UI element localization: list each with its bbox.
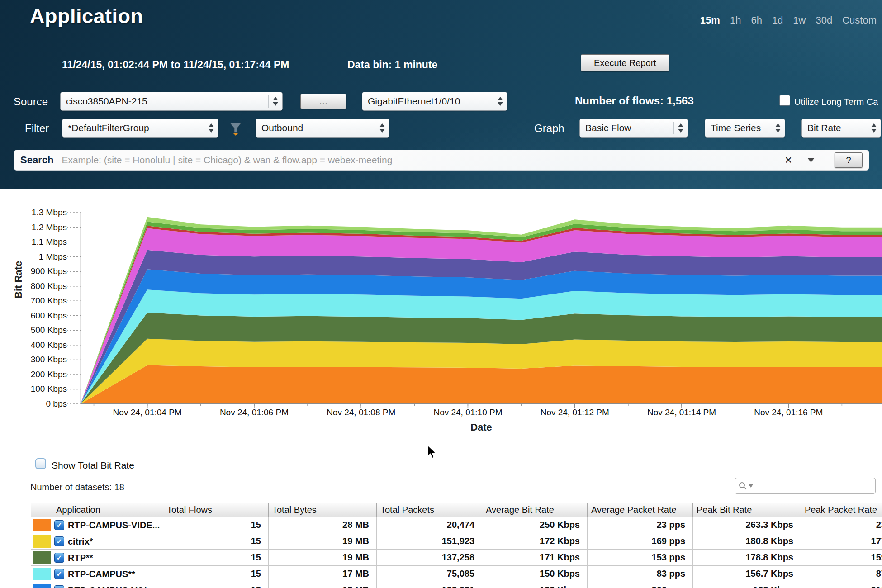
column-header-total-bytes[interactable]: Total Bytes <box>269 503 377 517</box>
x-tick-label: Nov 24, 01:10 PM <box>433 408 502 417</box>
graph-type-dropdown[interactable]: Basic Flow <box>579 119 688 138</box>
table-row: ✓citrix*1519 MB151,923172 Kbps169 pps180… <box>31 533 882 550</box>
column-header-application[interactable]: Application <box>52 503 163 517</box>
search-input[interactable] <box>61 154 785 166</box>
filter-settings-icon[interactable] <box>228 121 243 136</box>
cell-total_flows: 15 <box>163 533 269 550</box>
application-name: RTP** <box>68 553 93 563</box>
long-term-cache-checkbox[interactable] <box>779 95 790 106</box>
stepper-icon[interactable] <box>867 122 881 134</box>
x-tick-label: Nov 24, 01:08 PM <box>327 408 395 417</box>
stepper-icon[interactable] <box>375 122 389 134</box>
stepper-icon[interactable] <box>268 95 282 108</box>
filter-label: Filter <box>25 122 49 135</box>
direction-dropdown[interactable]: Outbound <box>256 119 389 138</box>
dataset-checkbox[interactable]: ✓ <box>54 569 64 579</box>
x-tick-label: Nov 24, 01:04 PM <box>113 408 182 417</box>
series-color-swatch <box>31 550 52 566</box>
cell-total_packets: 75,085 <box>377 566 482 582</box>
time-range-30d[interactable]: 30d <box>816 14 832 26</box>
filter-group-dropdown[interactable]: *DefaultFilterGroup <box>62 119 218 138</box>
series-color-swatch <box>31 517 52 533</box>
column-header-peak-bit-rate[interactable]: Peak Bit Rate <box>693 503 801 517</box>
source-device-dropdown[interactable]: cisco3850APN-215 <box>60 92 283 111</box>
mouse-cursor <box>427 446 439 459</box>
cell-total_bytes: 19 MB <box>269 533 377 550</box>
time-range-1w[interactable]: 1w <box>793 14 806 26</box>
cell-total_bytes: 17 MB <box>269 566 377 582</box>
data-bin-label: Data bin: 1 minute <box>347 59 437 71</box>
application-name: RTP-CAMPUS-VIDE... <box>68 520 160 530</box>
filter-group-value: *DefaultFilterGroup <box>68 123 149 133</box>
graph-label: Graph <box>534 122 564 135</box>
application-cell: ✓RTP-CAMPUS** <box>52 566 163 582</box>
cell-avg_bit_rate: 132 Kbps <box>482 582 588 588</box>
page-title: Application <box>30 5 143 28</box>
search-dropdown-caret-icon[interactable] <box>807 158 815 162</box>
cell-total_flows: 15 <box>163 566 269 582</box>
graph-metric-dropdown[interactable]: Bit Rate <box>801 119 881 138</box>
time-range-6h[interactable]: 6h <box>751 14 762 26</box>
time-range-1h[interactable]: 1h <box>730 14 741 26</box>
time-range-custom[interactable]: Custom <box>842 14 877 26</box>
cell-avg_packet_rate: 83 pps <box>588 566 693 582</box>
time-range-1d[interactable]: 1d <box>772 14 783 26</box>
column-header-total-packets[interactable]: Total Packets <box>377 503 482 517</box>
stepper-icon[interactable] <box>493 95 507 108</box>
x-tick-label: Nov 24, 01:06 PM <box>220 408 289 417</box>
time-range-15m[interactable]: 15m <box>700 14 720 26</box>
x-axis-title: Date <box>470 422 492 433</box>
y-tick-label: 900 Kbps <box>31 266 67 276</box>
dataset-checkbox[interactable]: ✓ <box>54 536 64 546</box>
column-header-total-flows[interactable]: Total Flows <box>163 503 269 517</box>
table-row: ✓RTP**1519 MB137,258171 Kbps153 pps178.8… <box>31 550 882 566</box>
source-device-value: cisco3850APN-215 <box>66 96 147 107</box>
series-color-swatch <box>31 533 52 550</box>
cell-avg_bit_rate: 171 Kbps <box>482 550 588 566</box>
column-header-average-bit-rate[interactable]: Average Bit Rate <box>482 503 588 517</box>
cell-total_flows: 15 <box>163 517 269 533</box>
cell-avg_bit_rate: 172 Kbps <box>482 533 588 550</box>
dataset-checkbox[interactable]: ✓ <box>54 585 64 588</box>
search-bar: Search × ? <box>14 150 869 171</box>
cell-avg_bit_rate: 250 Kbps <box>482 517 588 533</box>
application-cell: ✓RTP-CAMPUS-VOI... <box>52 582 163 588</box>
y-tick-label: 500 Kbps <box>31 325 67 335</box>
source-label: Source <box>14 95 48 108</box>
table-row: ✓RTP-CAMPUS**1517 MB75,085150 Kbps83 pps… <box>31 566 882 582</box>
dataset-checkbox[interactable]: ✓ <box>54 553 64 563</box>
interface-dropdown[interactable]: GigabitEthernet1/0/10 <box>362 92 507 111</box>
cell-total_bytes: 19 MB <box>269 550 377 566</box>
flow-table-body: ✓RTP-CAMPUS-VIDE...1528 MB20,474250 Kbps… <box>31 517 882 588</box>
graph-type-value: Basic Flow <box>585 123 631 133</box>
execute-report-button[interactable]: Execute Report <box>581 54 669 71</box>
y-tick-label: 1.1 Mbps <box>32 237 67 247</box>
search-help-button[interactable]: ? <box>835 152 863 168</box>
cell-peak_packet_rate: 23 pps <box>801 517 882 533</box>
cell-avg_packet_rate: 206 pps <box>588 582 693 588</box>
cell-peak_bit_rate: 156.7 Kbps <box>693 566 801 582</box>
application-cell: ✓citrix* <box>52 533 163 550</box>
more-button[interactable]: ... <box>300 94 346 109</box>
stepper-icon[interactable] <box>204 122 218 134</box>
y-tick-label: 0 bps <box>46 399 67 409</box>
y-tick-label: 700 Kbps <box>31 296 67 306</box>
bit-rate-stacked-area-chart <box>81 213 882 404</box>
flow-count-label: Number of flows: 1,563 <box>575 95 694 107</box>
stepper-icon[interactable] <box>673 122 688 134</box>
clear-search-icon[interactable]: × <box>785 156 792 165</box>
dataset-checkbox[interactable]: ✓ <box>54 520 64 530</box>
stepper-icon[interactable] <box>771 122 785 134</box>
column-header-average-packet-rate[interactable]: Average Packet Rate <box>588 503 693 517</box>
y-tick-label: 1.2 Mbps <box>32 223 67 232</box>
column-header-peak-packet-rate[interactable]: Peak Packet Rate <box>801 503 882 517</box>
direction-value: Outbound <box>261 123 303 133</box>
table-search-input[interactable] <box>756 481 872 491</box>
graph-view-dropdown[interactable]: Time Series <box>705 119 785 138</box>
search-options-caret-icon[interactable] <box>749 484 753 488</box>
long-term-cache-label: Utilize Long Term Ca <box>794 97 878 107</box>
graph-view-value: Time Series <box>711 123 761 133</box>
table-row: ✓RTP-CAMPUS-VIDE...1528 MB20,474250 Kbps… <box>31 517 882 533</box>
show-total-bit-rate-checkbox[interactable] <box>35 458 46 469</box>
cell-peak_packet_rate: 215 pps <box>801 582 882 588</box>
